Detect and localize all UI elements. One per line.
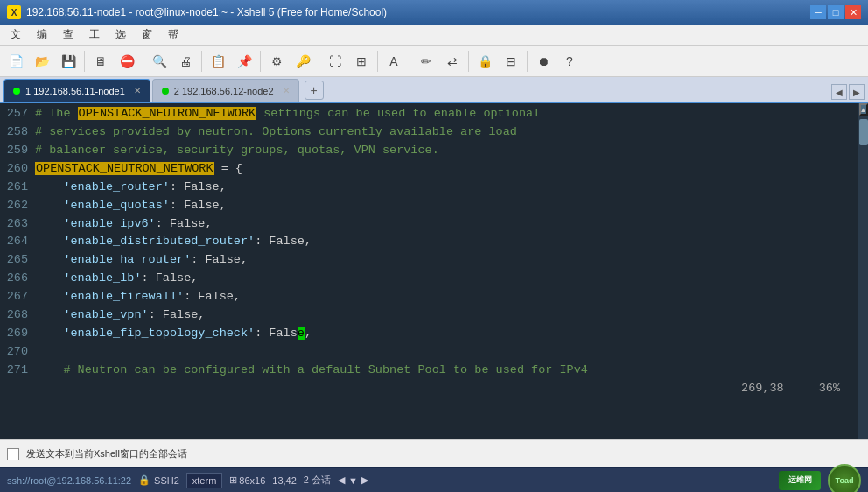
tab-close-1[interactable]: ✕ bbox=[134, 86, 141, 95]
code-line-264: 264 'enable_distributed_router': False, bbox=[0, 233, 858, 251]
maximize-button[interactable]: □ bbox=[828, 5, 844, 19]
menu-item-help[interactable]: 帮 bbox=[161, 25, 186, 44]
tab-label-1: 1 192.168.56.11-node1 bbox=[25, 86, 125, 96]
code-line-260: 260 OPENSTACK_NEUTRON_NETWORK = { bbox=[0, 160, 858, 179]
toolbar-connect[interactable]: 🖥 bbox=[88, 49, 113, 74]
tab-prev-button[interactable]: ◀ bbox=[831, 84, 847, 100]
cursor-pos-label: 13,42 bbox=[272, 475, 297, 486]
status-bar: ssh://root@192.168.56.11:22 🔒 SSH2 xterm… bbox=[0, 467, 868, 492]
code-text-257: # The OPENSTACK_NEUTRON_NETWORK settings… bbox=[35, 105, 854, 123]
nav-arrows: ◀ ▼ ▶ bbox=[338, 474, 368, 486]
toolbar-copy[interactable]: 📋 bbox=[206, 49, 230, 74]
code-text-260: OPENSTACK_NEUTRON_NETWORK = { bbox=[35, 160, 854, 179]
line-num-268: 268 bbox=[4, 306, 35, 325]
toolbar-transfer[interactable]: ⇄ bbox=[440, 49, 465, 74]
code-line-265: 265 'enable_ha_router': False, bbox=[0, 251, 858, 270]
menu-item-view[interactable]: 查 bbox=[56, 25, 80, 44]
yunwei-label: 运维网 bbox=[788, 474, 812, 486]
tab-indicator-1 bbox=[13, 88, 20, 95]
code-line-262: 262 'enable_quotas': False, bbox=[0, 197, 858, 215]
toolbar-search[interactable]: 🔍 bbox=[147, 49, 172, 74]
toad-logo: Toad bbox=[828, 464, 861, 493]
menu-item-options[interactable]: 选 bbox=[108, 25, 133, 44]
lock-icon: 🔒 bbox=[138, 474, 150, 486]
code-line-259: 259 # balancer service, security groups,… bbox=[0, 142, 858, 160]
toolbar-record[interactable]: ⏺ bbox=[531, 49, 556, 74]
close-button[interactable]: ✕ bbox=[845, 5, 861, 19]
scrollbar-thumb[interactable] bbox=[859, 119, 868, 145]
menu-item-window[interactable]: 窗 bbox=[135, 25, 159, 44]
toolbar-paste[interactable]: 📌 bbox=[232, 49, 256, 74]
toolbar-settings[interactable]: ⚙ bbox=[264, 49, 289, 74]
code-text-261: 'enable_router': False, bbox=[35, 179, 854, 197]
tab-node2[interactable]: 2 192.168.56.12-node2 ✕ bbox=[152, 79, 299, 102]
code-line-270: 270 bbox=[0, 343, 858, 362]
toolbar-sep-2 bbox=[143, 51, 144, 72]
code-line-268: 268 'enable_vpn': False, bbox=[0, 306, 858, 325]
connection-info: ssh://root@192.168.56.11:22 bbox=[7, 475, 131, 486]
add-tab-button[interactable]: + bbox=[304, 81, 324, 100]
tab-close-2[interactable]: ✕ bbox=[283, 86, 290, 95]
menu-item-edit[interactable]: 编 bbox=[30, 25, 54, 44]
code-text-271: # Neutron can be configured with a defau… bbox=[35, 362, 854, 380]
code-line-267: 267 'enable_firewall': False, bbox=[0, 288, 858, 306]
title-bar: X 192.168.56.11-node1 - root@linux-node1… bbox=[0, 0, 868, 25]
line-num-262: 262 bbox=[4, 197, 35, 215]
terminal-label: xterm bbox=[192, 475, 217, 486]
toolbar-font[interactable]: A bbox=[382, 49, 406, 74]
toolbar-sep-9 bbox=[527, 51, 528, 72]
toolbar-key[interactable]: 🔑 bbox=[290, 49, 315, 74]
line-num-258: 258 bbox=[4, 123, 35, 142]
tab-node1[interactable]: 1 192.168.56.11-node1 ✕ bbox=[4, 79, 150, 102]
code-line-269: 269 'enable_fip_topology_check': False, bbox=[0, 325, 858, 343]
toolbar-fullscreen[interactable]: ⛶ bbox=[323, 49, 347, 74]
down-arrow-icon[interactable]: ▼ bbox=[348, 475, 358, 486]
code-line-258: 258 # services provided by neutron. Opti… bbox=[0, 123, 858, 142]
broadcast-checkbox[interactable] bbox=[7, 448, 19, 460]
main-window: X 192.168.56.11-node1 - root@linux-node1… bbox=[0, 0, 868, 492]
sessions-label: 2 会话 bbox=[304, 474, 331, 485]
line-num-257: 257 bbox=[4, 105, 35, 123]
toolbar-sep-1 bbox=[84, 51, 85, 72]
toolbar-disconnect[interactable]: ⛔ bbox=[115, 49, 139, 74]
tab-next-button[interactable]: ▶ bbox=[849, 84, 864, 100]
toolbar-save[interactable]: 💾 bbox=[56, 49, 80, 74]
code-text-259: # balancer service, security groups, quo… bbox=[35, 142, 854, 160]
line-num-266: 266 bbox=[4, 270, 35, 288]
line-num-263: 263 bbox=[4, 215, 35, 234]
toolbar-new[interactable]: 📄 bbox=[4, 49, 28, 74]
code-text-268: 'enable_vpn': False, bbox=[35, 306, 854, 325]
ssh-indicator: 🔒 SSH2 bbox=[138, 474, 179, 486]
line-num-270: 270 bbox=[4, 343, 35, 362]
toolbar-layout[interactable]: ⊟ bbox=[499, 49, 523, 74]
scrollbar[interactable]: ▲ bbox=[858, 103, 868, 439]
toolbar-open[interactable]: 📂 bbox=[30, 49, 54, 74]
line-num-269: 269 bbox=[4, 325, 35, 343]
minimize-button[interactable]: ─ bbox=[810, 5, 826, 19]
tab-bar: 1 192.168.56.11-node1 ✕ 2 192.168.56.12-… bbox=[0, 77, 868, 103]
code-text-267: 'enable_firewall': False, bbox=[35, 288, 854, 306]
code-line-257: 257 # The OPENSTACK_NEUTRON_NETWORK sett… bbox=[0, 105, 858, 123]
right-arrow-icon[interactable]: ▶ bbox=[361, 474, 368, 486]
toolbar-sep-7 bbox=[410, 51, 410, 72]
bottom-bar: 发送文本到当前Xshell窗口的全部会话 bbox=[0, 439, 868, 467]
toolbar-print[interactable]: 🖨 bbox=[173, 49, 198, 74]
code-text-266: 'enable_lb': False, bbox=[35, 270, 854, 288]
cursor-position: 269,38 bbox=[741, 380, 784, 398]
toolbar-split[interactable]: ⊞ bbox=[349, 49, 374, 74]
title-bar-left: X 192.168.56.11-node1 - root@linux-node1… bbox=[7, 5, 387, 19]
status-right: 运维网 Toad bbox=[779, 464, 861, 493]
left-arrow-icon[interactable]: ◀ bbox=[338, 474, 345, 486]
menu-item-file[interactable]: 文 bbox=[4, 25, 28, 44]
menu-item-tools[interactable]: 工 bbox=[82, 25, 107, 44]
toolbar-lock[interactable]: 🔒 bbox=[472, 49, 497, 74]
line-num-259: 259 bbox=[4, 142, 35, 160]
line-num-267: 267 bbox=[4, 288, 35, 306]
ssh-label: SSH2 bbox=[154, 475, 179, 486]
window-controls: ─ □ ✕ bbox=[810, 5, 861, 19]
toolbar-compose[interactable]: ✏ bbox=[414, 49, 438, 74]
toolbar-help[interactable]: ? bbox=[557, 49, 582, 74]
editor-area: 257 # The OPENSTACK_NEUTRON_NETWORK sett… bbox=[0, 103, 868, 439]
scroll-up-button[interactable]: ▲ bbox=[859, 103, 868, 116]
code-text-263: 'enable_ipv6': False, bbox=[35, 215, 854, 234]
